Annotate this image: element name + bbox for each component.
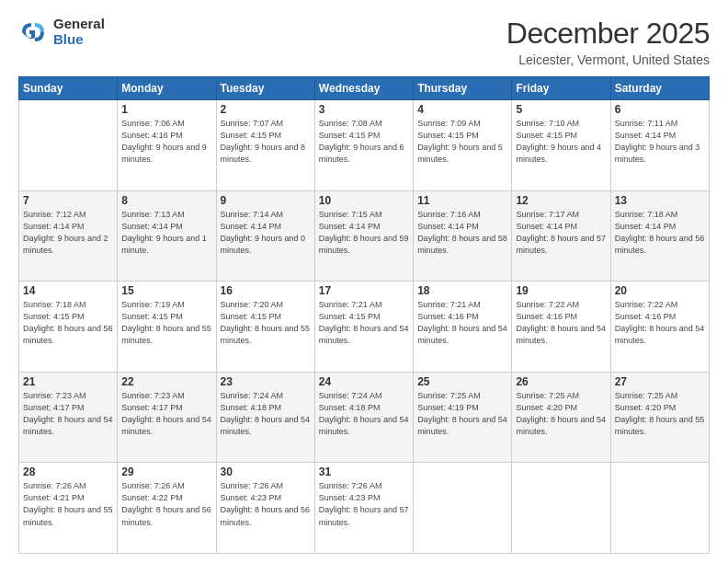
table-row: [414, 463, 512, 554]
day-info: Sunrise: 7:18 AMSunset: 4:15 PMDaylight:…: [23, 299, 113, 347]
day-number: 20: [615, 284, 705, 297]
day-info: Sunrise: 7:17 AMSunset: 4:14 PMDaylight:…: [516, 209, 606, 257]
day-number: 23: [221, 375, 311, 388]
day-info: Sunrise: 7:22 AMSunset: 4:16 PMDaylight:…: [615, 299, 705, 347]
table-row: 18Sunrise: 7:21 AMSunset: 4:16 PMDayligh…: [414, 282, 512, 373]
table-row: 16Sunrise: 7:20 AMSunset: 4:15 PMDayligh…: [216, 282, 314, 373]
calendar-header-row: Sunday Monday Tuesday Wednesday Thursday…: [19, 77, 710, 100]
table-row: 7Sunrise: 7:12 AMSunset: 4:14 PMDaylight…: [19, 190, 118, 282]
table-row: 17Sunrise: 7:21 AMSunset: 4:15 PMDayligh…: [314, 282, 413, 373]
table-row: 28Sunrise: 7:26 AMSunset: 4:21 PMDayligh…: [19, 463, 118, 554]
day-number: 3: [319, 103, 409, 116]
day-info: Sunrise: 7:26 AMSunset: 4:23 PMDaylight:…: [319, 480, 409, 528]
table-row: 27Sunrise: 7:25 AMSunset: 4:20 PMDayligh…: [610, 372, 709, 463]
day-info: Sunrise: 7:23 AMSunset: 4:17 PMDaylight:…: [23, 390, 113, 438]
day-number: 6: [615, 103, 705, 116]
table-row: 15Sunrise: 7:19 AMSunset: 4:15 PMDayligh…: [118, 282, 216, 373]
table-row: 1Sunrise: 7:06 AMSunset: 4:16 PMDaylight…: [118, 100, 216, 191]
day-info: Sunrise: 7:25 AMSunset: 4:20 PMDaylight:…: [615, 390, 705, 438]
table-row: 3Sunrise: 7:08 AMSunset: 4:15 PMDaylight…: [314, 100, 413, 191]
col-monday: Monday: [118, 77, 216, 100]
table-row: 13Sunrise: 7:18 AMSunset: 4:14 PMDayligh…: [610, 190, 709, 282]
table-row: 5Sunrise: 7:10 AMSunset: 4:15 PMDaylight…: [512, 100, 610, 191]
day-number: 27: [615, 375, 705, 388]
day-number: 12: [516, 194, 606, 207]
day-info: Sunrise: 7:16 AMSunset: 4:14 PMDaylight:…: [417, 209, 507, 257]
table-row: 6Sunrise: 7:11 AMSunset: 4:14 PMDaylight…: [610, 100, 709, 191]
day-number: 26: [516, 375, 606, 388]
col-friday: Friday: [512, 77, 610, 100]
day-number: 17: [319, 284, 409, 297]
calendar-week-1: 1Sunrise: 7:06 AMSunset: 4:16 PMDaylight…: [19, 100, 710, 191]
day-info: Sunrise: 7:08 AMSunset: 4:15 PMDaylight:…: [319, 118, 409, 166]
day-info: Sunrise: 7:15 AMSunset: 4:14 PMDaylight:…: [319, 209, 409, 257]
table-row: 22Sunrise: 7:23 AMSunset: 4:17 PMDayligh…: [118, 372, 216, 463]
day-number: 7: [23, 194, 113, 207]
day-number: 24: [319, 375, 409, 388]
table-row: [610, 463, 709, 554]
day-number: 13: [615, 194, 705, 207]
day-info: Sunrise: 7:13 AMSunset: 4:14 PMDaylight:…: [121, 209, 211, 257]
calendar-week-4: 21Sunrise: 7:23 AMSunset: 4:17 PMDayligh…: [19, 372, 710, 463]
day-number: 5: [516, 103, 606, 116]
day-number: 16: [221, 284, 311, 297]
day-number: 18: [417, 284, 507, 297]
page: General Blue December 2025 Leicester, Ve…: [0, 0, 728, 563]
day-info: Sunrise: 7:06 AMSunset: 4:16 PMDaylight:…: [121, 118, 211, 166]
table-row: 8Sunrise: 7:13 AMSunset: 4:14 PMDaylight…: [118, 190, 216, 282]
table-row: 24Sunrise: 7:24 AMSunset: 4:18 PMDayligh…: [314, 372, 413, 463]
day-info: Sunrise: 7:09 AMSunset: 4:15 PMDaylight:…: [417, 118, 507, 166]
table-row: 10Sunrise: 7:15 AMSunset: 4:14 PMDayligh…: [314, 190, 413, 282]
day-info: Sunrise: 7:21 AMSunset: 4:15 PMDaylight:…: [319, 299, 409, 347]
table-row: [19, 100, 118, 191]
day-info: Sunrise: 7:19 AMSunset: 4:15 PMDaylight:…: [121, 299, 211, 347]
day-number: 10: [319, 194, 409, 207]
day-number: 2: [221, 103, 311, 116]
table-row: 21Sunrise: 7:23 AMSunset: 4:17 PMDayligh…: [19, 372, 118, 463]
day-info: Sunrise: 7:11 AMSunset: 4:14 PMDaylight:…: [615, 118, 705, 166]
logo: General Blue: [18, 17, 105, 47]
main-title: December 2025: [506, 17, 710, 51]
logo-text: General Blue: [53, 17, 105, 47]
logo-blue-text: Blue: [53, 32, 105, 48]
day-number: 4: [417, 103, 507, 116]
table-row: 26Sunrise: 7:25 AMSunset: 4:20 PMDayligh…: [512, 372, 610, 463]
table-row: 29Sunrise: 7:26 AMSunset: 4:22 PMDayligh…: [118, 463, 216, 554]
day-number: 29: [121, 465, 211, 478]
calendar-table: Sunday Monday Tuesday Wednesday Thursday…: [18, 76, 710, 554]
day-number: 21: [23, 375, 113, 388]
table-row: 2Sunrise: 7:07 AMSunset: 4:15 PMDaylight…: [216, 100, 314, 191]
day-number: 25: [417, 375, 507, 388]
day-number: 22: [121, 375, 211, 388]
day-info: Sunrise: 7:26 AMSunset: 4:23 PMDaylight:…: [221, 480, 311, 528]
day-info: Sunrise: 7:14 AMSunset: 4:14 PMDaylight:…: [221, 209, 311, 257]
day-info: Sunrise: 7:24 AMSunset: 4:18 PMDaylight:…: [221, 390, 311, 438]
subtitle: Leicester, Vermont, United States: [506, 52, 710, 67]
table-row: 30Sunrise: 7:26 AMSunset: 4:23 PMDayligh…: [216, 463, 314, 554]
day-number: 31: [319, 465, 409, 478]
table-row: 4Sunrise: 7:09 AMSunset: 4:15 PMDaylight…: [414, 100, 512, 191]
day-number: 14: [23, 284, 113, 297]
title-area: December 2025 Leicester, Vermont, United…: [506, 17, 710, 67]
day-info: Sunrise: 7:21 AMSunset: 4:16 PMDaylight:…: [417, 299, 507, 347]
table-row: 14Sunrise: 7:18 AMSunset: 4:15 PMDayligh…: [19, 282, 118, 373]
table-row: 11Sunrise: 7:16 AMSunset: 4:14 PMDayligh…: [414, 190, 512, 282]
calendar-week-5: 28Sunrise: 7:26 AMSunset: 4:21 PMDayligh…: [19, 463, 710, 554]
table-row: 12Sunrise: 7:17 AMSunset: 4:14 PMDayligh…: [512, 190, 610, 282]
logo-icon: [18, 17, 48, 47]
table-row: 19Sunrise: 7:22 AMSunset: 4:16 PMDayligh…: [512, 282, 610, 373]
table-row: [512, 463, 610, 554]
day-info: Sunrise: 7:26 AMSunset: 4:22 PMDaylight:…: [121, 480, 211, 528]
col-saturday: Saturday: [610, 77, 709, 100]
day-info: Sunrise: 7:23 AMSunset: 4:17 PMDaylight:…: [121, 390, 211, 438]
day-number: 8: [121, 194, 211, 207]
table-row: 20Sunrise: 7:22 AMSunset: 4:16 PMDayligh…: [610, 282, 709, 373]
day-info: Sunrise: 7:24 AMSunset: 4:18 PMDaylight:…: [319, 390, 409, 438]
day-info: Sunrise: 7:25 AMSunset: 4:20 PMDaylight:…: [516, 390, 606, 438]
logo-general-text: General: [53, 17, 105, 32]
day-number: 15: [121, 284, 211, 297]
col-tuesday: Tuesday: [216, 77, 314, 100]
table-row: 25Sunrise: 7:25 AMSunset: 4:19 PMDayligh…: [414, 372, 512, 463]
table-row: 9Sunrise: 7:14 AMSunset: 4:14 PMDaylight…: [216, 190, 314, 282]
day-info: Sunrise: 7:10 AMSunset: 4:15 PMDaylight:…: [516, 118, 606, 166]
